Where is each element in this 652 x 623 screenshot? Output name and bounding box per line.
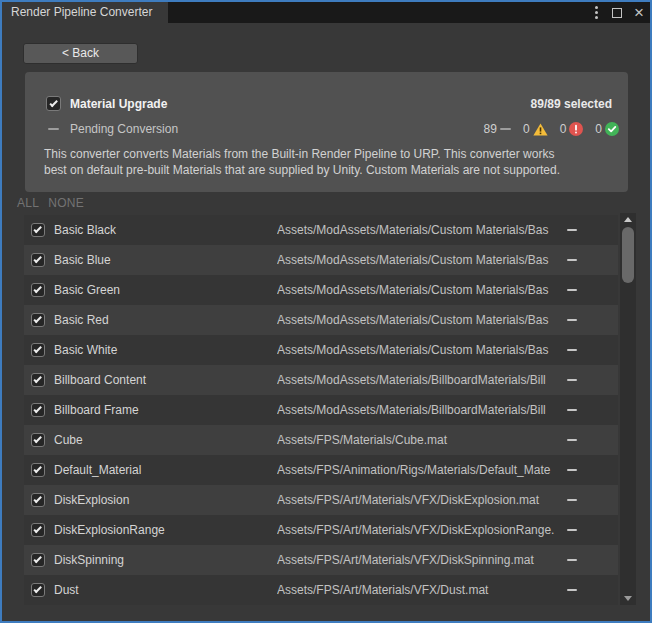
row-status-dash-icon	[567, 319, 577, 321]
row-status-dash-icon	[567, 349, 577, 351]
list-controls: ALL NONE	[17, 196, 84, 210]
row-status-dash-icon	[567, 529, 577, 531]
window-title: Render Pipeline Converter	[11, 5, 152, 19]
row-checkbox[interactable]	[31, 283, 45, 297]
item-path: Assets/FPS/Animation/Rigs/Materials/Defa…	[277, 463, 564, 477]
material-row[interactable]: Billboard Frame Assets/ModAssets/Materia…	[24, 395, 618, 425]
material-row[interactable]: Billboard Content Assets/ModAssets/Mater…	[24, 365, 618, 395]
material-row[interactable]: Basic Black Assets/ModAssets/Materials/C…	[24, 215, 618, 245]
item-path: Assets/ModAssets/Materials/Custom Materi…	[277, 223, 564, 237]
item-label: Basic Red	[54, 313, 109, 327]
item-label: DiskSpinning	[54, 553, 124, 567]
status-counts: 89 0 0 0	[484, 122, 619, 136]
error-count: 0	[560, 122, 567, 136]
check-icon	[33, 525, 41, 533]
item-label: Basic Black	[54, 223, 116, 237]
row-checkbox[interactable]	[31, 373, 45, 387]
row-checkbox[interactable]	[31, 583, 45, 597]
material-row[interactable]: Basic White Assets/ModAssets/Materials/C…	[24, 335, 618, 365]
material-row[interactable]: DiskSpinning Assets/FPS/Art/Materials/VF…	[24, 545, 618, 575]
check-icon	[33, 225, 41, 233]
row-status-dash-icon	[567, 439, 577, 441]
error-icon	[569, 122, 583, 136]
pending-dash-icon	[48, 128, 59, 130]
item-path: Assets/FPS/Art/Materials/VFX/DiskSpinnin…	[277, 553, 564, 567]
item-label: Billboard Frame	[54, 403, 139, 417]
row-checkbox[interactable]	[31, 313, 45, 327]
check-icon	[33, 255, 41, 263]
material-row[interactable]: DiskExplosionRange Assets/FPS/Art/Materi…	[24, 515, 618, 545]
kebab-menu-icon[interactable]	[593, 4, 600, 21]
row-checkbox[interactable]	[31, 433, 45, 447]
scroll-down-icon[interactable]	[624, 596, 632, 601]
check-icon	[33, 345, 41, 353]
close-icon[interactable]: ×	[634, 6, 644, 20]
item-path: Assets/ModAssets/Materials/Custom Materi…	[277, 343, 564, 357]
description-line-2: best on default pre-built Materials that…	[44, 162, 614, 178]
row-checkbox[interactable]	[31, 523, 45, 537]
pending-label: Pending Conversion	[70, 122, 178, 136]
row-checkbox[interactable]	[31, 343, 45, 357]
material-row[interactable]: Cube Assets/FPS/Materials/Cube.mat	[24, 425, 618, 455]
titlebar-controls: ×	[593, 2, 644, 23]
row-checkbox[interactable]	[31, 553, 45, 567]
item-label: Billboard Content	[54, 373, 146, 387]
material-row[interactable]: Basic Red Assets/ModAssets/Materials/Cus…	[24, 305, 618, 335]
select-all-button[interactable]: ALL	[17, 196, 39, 210]
material-row[interactable]: DiskExplosion Assets/FPS/Art/Materials/V…	[24, 485, 618, 515]
check-icon	[33, 285, 41, 293]
pending-count-dash-icon	[500, 128, 511, 130]
row-status-dash-icon	[567, 289, 577, 291]
row-checkbox[interactable]	[31, 403, 45, 417]
pending-count: 89	[484, 122, 497, 136]
select-none-button[interactable]: NONE	[48, 196, 84, 210]
row-checkbox[interactable]	[31, 493, 45, 507]
scroll-up-icon[interactable]	[624, 217, 632, 222]
item-path: Assets/FPS/Art/Materials/VFX/DiskExplosi…	[277, 523, 564, 537]
row-checkbox[interactable]	[31, 223, 45, 237]
check-icon	[33, 315, 41, 323]
scrollbar[interactable]	[620, 213, 636, 605]
converter-title: Material Upgrade	[70, 97, 167, 111]
converter-header-row: Material Upgrade 89/89 selected	[46, 96, 612, 111]
row-status-dash-icon	[567, 229, 577, 231]
material-row[interactable]: Dust Assets/FPS/Art/Materials/VFX/Dust.m…	[24, 575, 618, 605]
check-icon	[33, 435, 41, 443]
item-path: Assets/ModAssets/Materials/Custom Materi…	[277, 283, 564, 297]
scroll-thumb[interactable]	[622, 227, 634, 283]
check-icon	[33, 495, 41, 503]
converter-description: This converter converts Materials from t…	[44, 146, 614, 178]
converter-checkbox[interactable]	[46, 96, 61, 111]
row-status-dash-icon	[567, 559, 577, 561]
item-path: Assets/FPS/Art/Materials/VFX/DiskExplosi…	[277, 493, 564, 507]
item-label: Default_Material	[54, 463, 141, 477]
item-label: DiskExplosion	[54, 493, 129, 507]
row-checkbox[interactable]	[31, 253, 45, 267]
row-status-dash-icon	[567, 499, 577, 501]
check-icon	[33, 405, 41, 413]
material-row[interactable]: Basic Blue Assets/ModAssets/Materials/Cu…	[24, 245, 618, 275]
check-icon	[33, 465, 41, 473]
check-icon	[49, 98, 57, 106]
row-status-dash-icon	[567, 379, 577, 381]
material-row[interactable]: Basic Green Assets/ModAssets/Materials/C…	[24, 275, 618, 305]
item-path: Assets/ModAssets/Materials/BillboardMate…	[277, 373, 564, 387]
item-label: Basic Blue	[54, 253, 111, 267]
row-status-dash-icon	[567, 259, 577, 261]
row-checkbox[interactable]	[31, 463, 45, 477]
materials-list: Basic Black Assets/ModAssets/Materials/C…	[24, 215, 618, 605]
warning-icon	[533, 123, 548, 136]
material-row[interactable]: Default_Material Assets/FPS/Animation/Ri…	[24, 455, 618, 485]
item-path: Assets/ModAssets/Materials/Custom Materi…	[277, 253, 564, 267]
tab-render-pipeline-converter[interactable]: Render Pipeline Converter	[2, 2, 168, 23]
row-status-dash-icon	[567, 469, 577, 471]
item-path: Assets/FPS/Art/Materials/VFX/Dust.mat	[277, 583, 564, 597]
row-status-dash-icon	[567, 409, 577, 411]
titlebar: Render Pipeline Converter ×	[2, 2, 650, 23]
row-status-dash-icon	[567, 589, 577, 591]
item-path: Assets/ModAssets/Materials/Custom Materi…	[277, 313, 564, 327]
back-button[interactable]: < Back	[23, 43, 138, 64]
maximize-icon[interactable]	[612, 8, 622, 18]
check-icon	[33, 585, 41, 593]
item-path: Assets/FPS/Materials/Cube.mat	[277, 433, 564, 447]
